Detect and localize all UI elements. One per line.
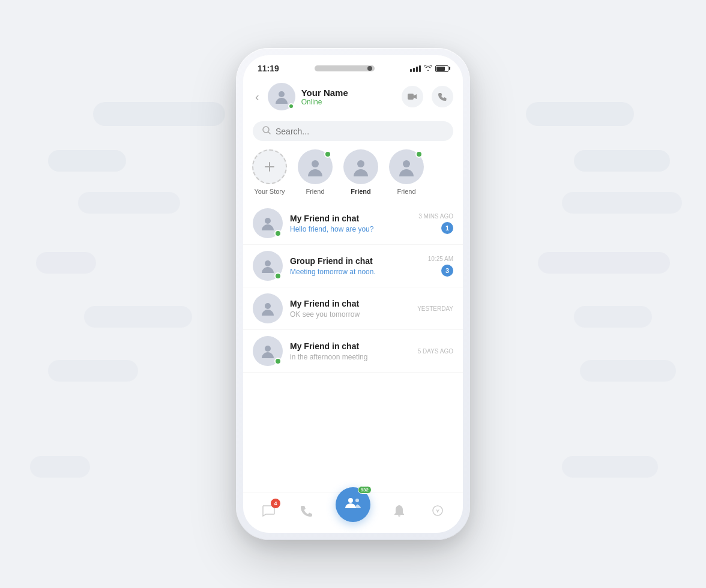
signal-icon [410,65,421,72]
stories-section: Your Story Friend [243,147,463,202]
chat-avatar-wrap-1 [253,208,283,238]
svg-line-3 [268,132,270,134]
header-info: Your Name Online [301,88,396,106]
notch-dot [367,66,372,71]
chat-item-1[interactable]: My Friend in chat Hello friend, how are … [243,202,463,245]
phone-mockup: 11:19 [236,48,470,540]
chat-meta-4: 5 DAYS AGO [418,348,453,355]
chat-preview-3: OK see you tomorrow [290,310,410,319]
status-notch [315,65,375,71]
story-avatar-wrap-add [252,149,287,184]
svg-point-12 [265,346,271,352]
nav-notifications[interactable] [390,501,409,520]
chat-name-3: My Friend in chat [290,299,410,308]
notifications-nav-icon [390,501,409,520]
story-item-add[interactable]: Your Story [250,149,289,195]
story-label-add: Your Story [255,188,285,195]
add-story-icon [252,149,287,184]
chat-badge-nav: 4 [271,499,280,508]
chat-name-2: Group Friend in chat [290,256,421,266]
contact-status: Online [301,98,396,106]
contacts-count-badge: 932 [358,486,372,494]
chat-online-1 [274,230,282,237]
wifi-icon [424,64,432,73]
chat-online-2 [274,272,282,280]
chat-badge-1: 1 [441,222,453,234]
voice-call-button[interactable] [432,86,453,107]
chat-item-3[interactable]: My Friend in chat OK see you tomorrow YE… [243,287,463,330]
phone-screen: 11:19 [243,55,463,533]
svg-point-14 [355,499,359,502]
battery-icon [435,65,448,72]
search-bar [253,121,453,141]
svg-point-7 [357,160,364,167]
nav-contacts-center[interactable]: 932 [336,487,370,522]
story-avatar-wrap-2 [343,149,378,184]
chat-meta-3: YESTERDAY [417,305,453,312]
chat-content-3: My Friend in chat OK see you tomorrow [290,299,410,319]
search-icon [262,126,271,136]
online-indicator [288,103,294,109]
svg-point-11 [265,303,271,309]
story-avatar-wrap-1 [298,149,333,184]
svg-point-9 [265,218,271,224]
story-avatar-2 [343,149,378,184]
chat-meta-2: 10:25 AM 3 [428,256,453,277]
chat-preview-4: in the afternoon meeting [290,353,411,361]
video-call-button[interactable] [402,86,423,107]
header-actions [402,86,453,107]
chat-avatar-wrap-3 [253,293,283,323]
story-avatar-wrap-3 [389,149,424,184]
story-online-3 [415,151,423,158]
chat-preview-1: Hello friend, how are you? [290,225,411,233]
svg-point-10 [265,260,271,266]
status-bar: 11:19 [243,55,463,78]
chat-list: My Friend in chat Hello friend, how are … [243,202,463,493]
svg-point-6 [312,160,319,167]
chat-content-1: My Friend in chat Hello friend, how are … [290,214,411,233]
story-online-1 [324,151,331,158]
chat-item-4[interactable]: My Friend in chat in the afternoon meeti… [243,330,463,373]
chat-header: ‹ Your Name Online [243,78,463,118]
discover-nav-icon [428,501,447,520]
story-item-3[interactable]: Friend [387,149,426,195]
chat-time-4: 5 DAYS AGO [418,348,453,355]
nav-calls[interactable] [297,501,316,520]
chat-time-1: 3 MINS AGO [418,213,453,220]
nav-chat[interactable]: 4 [259,501,278,520]
calls-nav-icon [297,501,316,520]
story-item-1[interactable]: Friend [296,149,334,195]
chat-online-4 [274,358,282,365]
contacts-center-icon [345,496,361,513]
search-input[interactable] [276,127,444,136]
chat-content-2: Group Friend in chat Meeting tomorrow at… [290,256,421,276]
contact-name: Your Name [301,88,396,98]
story-label-3: Friend [397,188,415,195]
chat-avatar-wrap-4 [253,336,283,366]
chat-content-4: My Friend in chat in the afternoon meeti… [290,341,411,361]
nav-discover[interactable] [428,501,447,520]
chat-meta-1: 3 MINS AGO 1 [418,213,453,234]
bottom-navigation: 4 [243,493,463,533]
story-item-2[interactable]: Friend [342,149,380,195]
svg-point-8 [403,160,410,167]
svg-rect-1 [408,94,414,100]
chat-badge-2: 3 [441,265,453,277]
svg-point-13 [348,498,353,503]
svg-point-0 [279,91,285,97]
chat-item-2[interactable]: Group Friend in chat Meeting tomorrow at… [243,245,463,287]
story-label-2: Friend [351,188,371,195]
status-icons [410,64,448,73]
status-time: 11:19 [258,64,279,73]
header-avatar-wrap [268,83,295,110]
chat-preview-2: Meeting tomorrow at noon. [290,268,421,276]
phone-frame: 11:19 [236,48,470,540]
story-label-1: Friend [306,188,324,195]
chat-avatar-3 [253,293,283,323]
chat-avatar-wrap-2 [253,251,283,281]
chat-name-1: My Friend in chat [290,214,411,223]
chat-time-3: YESTERDAY [417,305,453,312]
back-button[interactable]: ‹ [253,88,262,106]
chat-nav-icon: 4 [259,501,278,520]
chat-time-2: 10:25 AM [428,256,453,262]
